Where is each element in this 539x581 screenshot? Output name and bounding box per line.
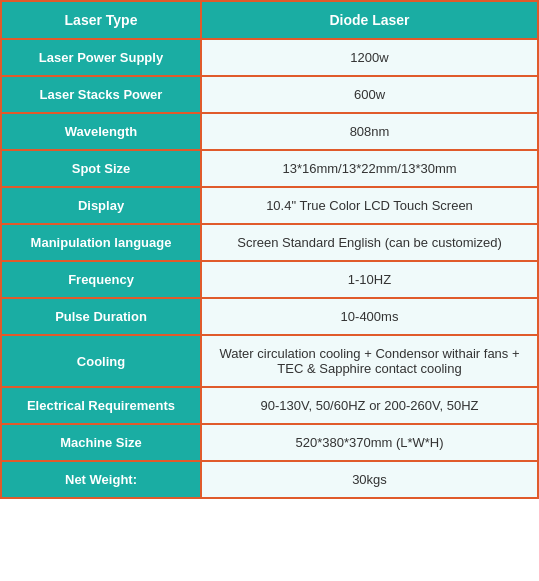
header-value-cell: Diode Laser: [201, 1, 538, 39]
row-label: Laser Power Supply: [1, 39, 201, 76]
row-label: Electrical Requirements: [1, 387, 201, 424]
row-value: Water circulation cooling + Condensor wi…: [201, 335, 538, 387]
row-label: Machine Size: [1, 424, 201, 461]
row-value: 90-130V, 50/60HZ or 200-260V, 50HZ: [201, 387, 538, 424]
row-label: Frequency: [1, 261, 201, 298]
row-value: 520*380*370mm (L*W*H): [201, 424, 538, 461]
row-label: Net Weight:: [1, 461, 201, 498]
row-value: 600w: [201, 76, 538, 113]
row-label: Cooling: [1, 335, 201, 387]
row-label: Laser Stacks Power: [1, 76, 201, 113]
row-label: Display: [1, 187, 201, 224]
row-value: 10-400ms: [201, 298, 538, 335]
row-value: 1200w: [201, 39, 538, 76]
row-label: Spot Size: [1, 150, 201, 187]
row-value: Screen Standard English (can be customiz…: [201, 224, 538, 261]
row-value: 808nm: [201, 113, 538, 150]
spec-table: Laser Type Diode Laser Laser Power Suppl…: [0, 0, 539, 499]
row-value: 30kgs: [201, 461, 538, 498]
row-value: 10.4" True Color LCD Touch Screen: [201, 187, 538, 224]
row-value: 1-10HZ: [201, 261, 538, 298]
row-label: Manipulation language: [1, 224, 201, 261]
row-label: Pulse Duration: [1, 298, 201, 335]
row-label: Wavelength: [1, 113, 201, 150]
row-value: 13*16mm/13*22mm/13*30mm: [201, 150, 538, 187]
header-label-cell: Laser Type: [1, 1, 201, 39]
